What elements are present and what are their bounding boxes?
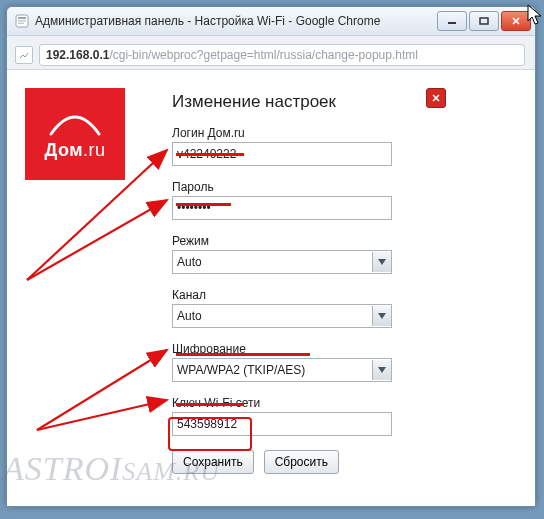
channel-label: Канал (172, 288, 432, 302)
logo-arc-icon (45, 108, 105, 138)
svg-line-14 (37, 400, 167, 430)
window-title: Административная панель - Настройка Wi-F… (35, 14, 435, 28)
window-close-button[interactable] (501, 11, 531, 31)
save-button[interactable]: Сохранить (172, 450, 254, 474)
mode-value: Auto (177, 255, 202, 269)
browser-window: Административная панель - Настройка Wi-F… (6, 6, 536, 507)
svg-rect-5 (480, 18, 488, 24)
site-icon (15, 46, 33, 64)
login-label: Логин Дом.ru (172, 126, 432, 140)
maximize-icon (479, 17, 489, 25)
svg-line-12 (27, 200, 167, 280)
channel-select[interactable]: Auto (172, 304, 392, 328)
close-icon (431, 93, 441, 103)
url-path: /cgi-bin/webproc?getpage=html/russia/cha… (109, 48, 418, 62)
url-field[interactable]: 192.168.0.1/cgi-bin/webproc?getpage=html… (39, 44, 525, 66)
chevron-down-icon (372, 252, 391, 272)
chevron-down-icon (372, 306, 391, 326)
dialog-close-button[interactable] (426, 88, 446, 108)
titlebar: Административная панель - Настройка Wi-F… (7, 7, 535, 36)
encryption-select[interactable]: WPA/WPA2 (TKIP/AES) (172, 358, 392, 382)
close-icon (511, 17, 521, 25)
svg-rect-2 (18, 20, 26, 22)
minimize-button[interactable] (437, 11, 467, 31)
maximize-button[interactable] (469, 11, 499, 31)
password-input[interactable] (172, 196, 392, 220)
password-label: Пароль (172, 180, 432, 194)
brand-logo: Дом.ru (25, 88, 125, 180)
svg-rect-3 (18, 23, 24, 25)
mode-select[interactable]: Auto (172, 250, 392, 274)
mode-label: Режим (172, 234, 432, 248)
annotation-box (168, 417, 252, 451)
svg-rect-1 (18, 17, 26, 19)
reset-button[interactable]: Сбросить (264, 450, 339, 474)
page-favicon (15, 14, 29, 28)
encryption-value: WPA/WPA2 (TKIP/AES) (177, 363, 305, 377)
annotation-underline (176, 203, 231, 206)
minimize-icon (447, 17, 457, 25)
annotation-underline (176, 153, 244, 156)
url-host: 192.168.0.1 (46, 48, 109, 62)
svg-line-13 (37, 350, 167, 430)
svg-rect-4 (448, 22, 456, 24)
chevron-down-icon (372, 360, 391, 380)
svg-rect-8 (19, 50, 29, 60)
annotation-underline (176, 353, 310, 356)
logo-text: Дом.ru (44, 140, 105, 161)
page-content: Дом.ru Изменение настроек Логин Дом.ru П… (7, 69, 535, 506)
annotation-underline (176, 403, 244, 406)
channel-value: Auto (177, 309, 202, 323)
form-title: Изменение настроек (172, 92, 412, 112)
